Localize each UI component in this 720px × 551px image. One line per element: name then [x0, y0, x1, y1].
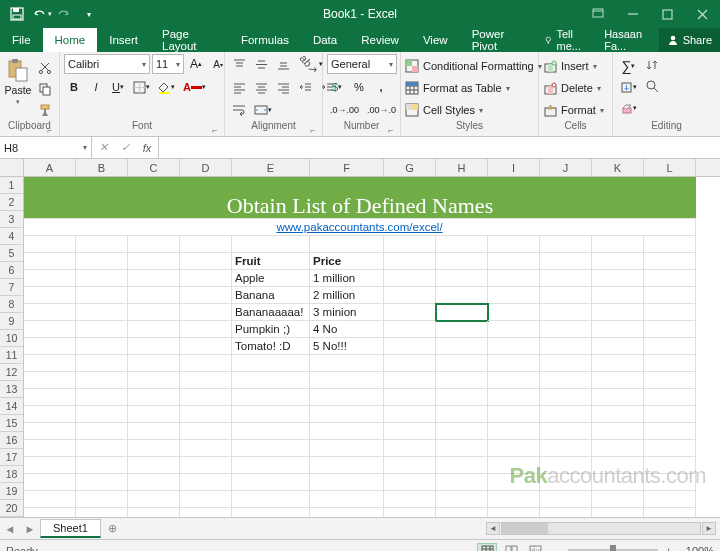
- cell-J16[interactable]: [540, 440, 592, 457]
- italic-button[interactable]: I: [86, 77, 106, 97]
- cell-C8[interactable]: [128, 304, 180, 321]
- cell-I9[interactable]: [488, 321, 540, 338]
- cell-I20[interactable]: [488, 508, 540, 517]
- cell-K10[interactable]: [592, 338, 644, 355]
- cell-C7[interactable]: [128, 287, 180, 304]
- cell-E7[interactable]: Banana: [232, 287, 310, 304]
- tab-page-layout[interactable]: Page Layout: [150, 28, 229, 52]
- cell-F12[interactable]: [310, 372, 384, 389]
- cell-F19[interactable]: [310, 491, 384, 508]
- cell-I6[interactable]: [488, 270, 540, 287]
- cell-A14[interactable]: [24, 406, 76, 423]
- formula-input[interactable]: [159, 137, 720, 158]
- row-header-11[interactable]: 11: [0, 347, 23, 364]
- cell-I12[interactable]: [488, 372, 540, 389]
- cell-F8[interactable]: 3 minion: [310, 304, 384, 321]
- cell-A17[interactable]: [24, 457, 76, 474]
- row-header-20[interactable]: 20: [0, 500, 23, 517]
- cell-D18[interactable]: [180, 474, 232, 491]
- cell-B16[interactable]: [76, 440, 128, 457]
- cell-D19[interactable]: [180, 491, 232, 508]
- cell-L16[interactable]: [644, 440, 696, 457]
- cell-I5[interactable]: [488, 253, 540, 270]
- cell-G4[interactable]: [384, 236, 436, 253]
- cell-D13[interactable]: [180, 389, 232, 406]
- cell-F5[interactable]: Price: [310, 253, 384, 270]
- cell-B4[interactable]: [76, 236, 128, 253]
- cell-D20[interactable]: [180, 508, 232, 517]
- cell-E9[interactable]: Pumpkin ;): [232, 321, 310, 338]
- cell-H18[interactable]: [436, 474, 488, 491]
- ribbon-options-button[interactable]: [580, 0, 615, 28]
- cell-L9[interactable]: [644, 321, 696, 338]
- cell-A19[interactable]: [24, 491, 76, 508]
- cell-K20[interactable]: [592, 508, 644, 517]
- cell-C15[interactable]: [128, 423, 180, 440]
- cell-E16[interactable]: [232, 440, 310, 457]
- cell-C14[interactable]: [128, 406, 180, 423]
- comma-format-button[interactable]: ,: [371, 77, 391, 97]
- delete-cells-button[interactable]: Delete▾: [543, 78, 603, 98]
- format-as-table-button[interactable]: Format as Table▾: [405, 78, 512, 98]
- cell-J5[interactable]: [540, 253, 592, 270]
- cell-I11[interactable]: [488, 355, 540, 372]
- cell-C16[interactable]: [128, 440, 180, 457]
- cell-H11[interactable]: [436, 355, 488, 372]
- cell-C20[interactable]: [128, 508, 180, 517]
- find-select-button[interactable]: [642, 77, 664, 97]
- cell-G8[interactable]: [384, 304, 436, 321]
- share-button[interactable]: Share: [659, 28, 720, 52]
- cell-H12[interactable]: [436, 372, 488, 389]
- cell-A12[interactable]: [24, 372, 76, 389]
- name-box[interactable]: H8▾: [0, 137, 92, 158]
- cell-A20[interactable]: [24, 508, 76, 517]
- align-bottom-button[interactable]: [273, 54, 293, 74]
- cell-E17[interactable]: [232, 457, 310, 474]
- cell-I8[interactable]: [488, 304, 540, 321]
- cell-F9[interactable]: 4 No: [310, 321, 384, 338]
- cell-I4[interactable]: [488, 236, 540, 253]
- cell-D4[interactable]: [180, 236, 232, 253]
- cell-E10[interactable]: Tomato! :D: [232, 338, 310, 355]
- cell-I15[interactable]: [488, 423, 540, 440]
- cell-D16[interactable]: [180, 440, 232, 457]
- row-header-14[interactable]: 14: [0, 398, 23, 415]
- cell-H14[interactable]: [436, 406, 488, 423]
- cell-G18[interactable]: [384, 474, 436, 491]
- autosum-button[interactable]: ∑ ▾: [617, 56, 640, 76]
- cell-C6[interactable]: [128, 270, 180, 287]
- cell-L10[interactable]: [644, 338, 696, 355]
- conditional-formatting-button[interactable]: Conditional Formatting▾: [405, 56, 544, 76]
- cell-L20[interactable]: [644, 508, 696, 517]
- col-header-K[interactable]: K: [592, 159, 644, 176]
- cell-B11[interactable]: [76, 355, 128, 372]
- cell-B10[interactable]: [76, 338, 128, 355]
- cell-H6[interactable]: [436, 270, 488, 287]
- accounting-format-button[interactable]: $ ▾: [327, 77, 347, 97]
- cell-F13[interactable]: [310, 389, 384, 406]
- cell-L6[interactable]: [644, 270, 696, 287]
- cell-L12[interactable]: [644, 372, 696, 389]
- cell-B17[interactable]: [76, 457, 128, 474]
- cell-C11[interactable]: [128, 355, 180, 372]
- row-header-8[interactable]: 8: [0, 296, 23, 313]
- cell-J8[interactable]: [540, 304, 592, 321]
- fill-color-button[interactable]: ▾: [155, 77, 178, 97]
- cell-H9[interactable]: [436, 321, 488, 338]
- font-size-combo[interactable]: 11▾: [152, 54, 184, 74]
- cell-L13[interactable]: [644, 389, 696, 406]
- paste-button[interactable]: Paste ▾: [4, 54, 32, 106]
- col-header-C[interactable]: C: [128, 159, 180, 176]
- cell-J18[interactable]: [540, 474, 592, 491]
- cell-H7[interactable]: [436, 287, 488, 304]
- cell-F15[interactable]: [310, 423, 384, 440]
- cell-G12[interactable]: [384, 372, 436, 389]
- cell-E20[interactable]: [232, 508, 310, 517]
- cell-I18[interactable]: [488, 474, 540, 491]
- increase-decimal-button[interactable]: .0→.00: [327, 100, 362, 120]
- cell-I1[interactable]: [488, 177, 540, 194]
- cell-J12[interactable]: [540, 372, 592, 389]
- cell-J14[interactable]: [540, 406, 592, 423]
- cell-L4[interactable]: [644, 236, 696, 253]
- cell-G11[interactable]: [384, 355, 436, 372]
